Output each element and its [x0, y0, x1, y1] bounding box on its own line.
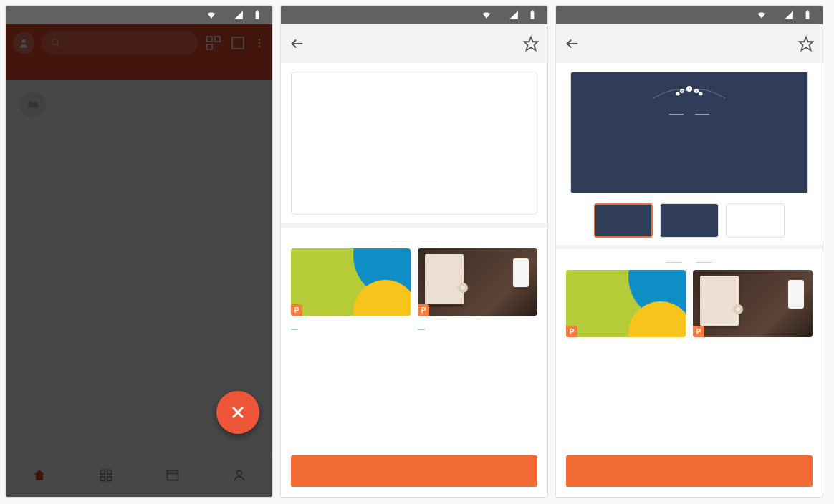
- phone-3: P P: [556, 6, 823, 497]
- status-bar: [556, 6, 823, 24]
- p-badge-icon: P: [566, 326, 577, 337]
- app-bar: [281, 24, 547, 63]
- free-tag: [418, 329, 425, 330]
- fab-close-button[interactable]: [216, 391, 259, 434]
- thumb-magazine: P: [693, 270, 813, 337]
- reco-card-2[interactable]: P: [418, 248, 537, 333]
- phone-1: [6, 6, 272, 497]
- p-badge-icon: P: [693, 326, 704, 337]
- star-icon[interactable]: [798, 36, 814, 52]
- thumb-magazine: P: [418, 248, 537, 316]
- svg-rect-0: [256, 11, 259, 19]
- status-bar: [6, 6, 272, 24]
- signal-icon: [509, 10, 519, 20]
- svg-rect-26: [807, 11, 808, 12]
- lte-indicator: [771, 12, 780, 18]
- lte-indicator: [221, 12, 229, 18]
- app-bar: [556, 24, 823, 63]
- wifi-icon: [206, 10, 216, 20]
- slide-thumb-2[interactable]: [660, 203, 719, 238]
- slide-thumb-3[interactable]: [726, 203, 785, 238]
- svg-marker-24: [524, 37, 537, 50]
- reco-card-1[interactable]: P: [291, 248, 411, 333]
- slide-title: [663, 104, 715, 122]
- battery-icon: [252, 10, 262, 20]
- svg-point-35: [689, 88, 690, 89]
- wifi-icon: [757, 10, 767, 20]
- reco-card-2[interactable]: P: [693, 270, 813, 337]
- slide-thumb-1[interactable]: [594, 203, 653, 238]
- svg-rect-25: [806, 11, 810, 19]
- svg-point-36: [696, 90, 697, 92]
- back-icon[interactable]: [565, 36, 580, 52]
- recommend-label: [281, 241, 547, 241]
- p-badge-icon: P: [291, 304, 302, 316]
- battery-icon: [802, 10, 813, 20]
- flower-ornament-icon: [646, 85, 732, 102]
- svg-rect-22: [532, 11, 533, 12]
- battery-icon: [527, 10, 537, 20]
- svg-marker-28: [800, 37, 813, 50]
- back-icon[interactable]: [289, 36, 305, 52]
- thumb-colorful: P: [291, 248, 411, 316]
- chart-graphic: [303, 79, 529, 207]
- use-now-button[interactable]: [566, 455, 813, 487]
- recommend-label: [556, 262, 823, 263]
- use-now-button[interactable]: [291, 455, 537, 487]
- svg-rect-1: [257, 11, 258, 12]
- p-badge-icon: P: [418, 304, 429, 316]
- free-tag: [291, 329, 298, 330]
- svg-point-32: [676, 92, 680, 96]
- svg-point-34: [681, 90, 683, 92]
- reco-card-1[interactable]: P: [566, 270, 686, 337]
- wifi-icon: [481, 10, 492, 20]
- template-preview[interactable]: [291, 72, 537, 215]
- lte-indicator: [496, 12, 504, 18]
- slide-preview[interactable]: [570, 72, 808, 193]
- signal-icon: [234, 10, 244, 20]
- thumb-colorful: P: [566, 270, 686, 337]
- signal-icon: [784, 10, 794, 20]
- svg-rect-21: [531, 11, 535, 19]
- phone-2: P P: [281, 6, 547, 497]
- star-icon[interactable]: [523, 36, 539, 52]
- svg-point-33: [699, 92, 703, 96]
- status-bar: [281, 6, 547, 24]
